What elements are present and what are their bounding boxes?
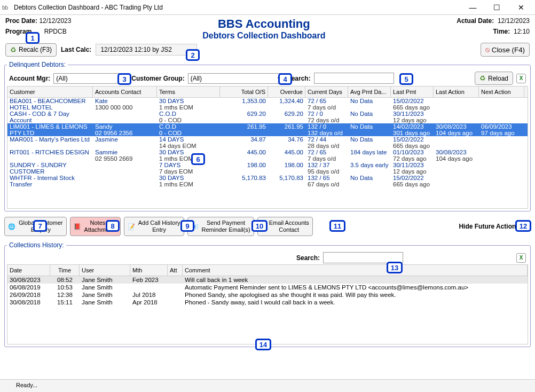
history-table: Date Time User Mth Att Comment 30/08/202… <box>7 264 528 344</box>
status-text: Ready... <box>16 382 37 388</box>
acct-mgr-label: Account Mgr: <box>9 75 50 82</box>
acct-mgr-value: (All) <box>56 75 67 82</box>
recycle-icon: ♻ <box>10 46 17 54</box>
app-title: BBS Accounting <box>71 17 457 31</box>
maximize-button[interactable]: ☐ <box>485 0 509 15</box>
col-avg-pmt[interactable]: Avg Pmt Da... <box>348 87 391 97</box>
export-excel-button[interactable]: X <box>516 74 526 83</box>
add-call-history-button[interactable]: 📝 Add Call HistoryEntry <box>124 217 184 236</box>
note-pencil-icon: 📝 <box>128 223 135 230</box>
close-icon: ⦸ <box>485 45 490 54</box>
col-contact[interactable]: Accounts Contact <box>93 87 157 97</box>
header-info: Proc Date: 12/12/2023 Program RPDCB BBS … <box>0 15 535 41</box>
col-overdue[interactable]: Overdue <box>268 87 305 97</box>
table-row-sub[interactable]: Account0 - COD72 days o/d12 days ago <box>7 117 528 123</box>
global-enquiry-button[interactable]: 🌐 Global CustomerEnquiry <box>4 217 67 236</box>
send-reminder-button[interactable]: 📧 Send PaymentReminder Email(s) <box>187 217 254 236</box>
col-current-days[interactable]: Current Days <box>305 87 348 97</box>
page-title: Debtors Collection Dashboard <box>71 31 457 41</box>
table-row-sub[interactable]: 02 9550 26691 mths EOM7 days o/d72 days … <box>7 155 528 162</box>
table-row-sub[interactable]: Transfer1 mths EOM67 days o/d665 days ag… <box>7 181 528 187</box>
hcol-date[interactable]: Date <box>7 265 50 276</box>
send-reminder-label: Send PaymentReminder Email(s) <box>202 219 250 233</box>
time-value: 12:10 <box>514 28 530 35</box>
collections-history-panel: Collections History: Search: X Date Time… <box>4 241 531 347</box>
table-row-sub[interactable]: PTY LTD02 9956 23560 - COD132 days o/d30… <box>7 130 528 136</box>
table-row[interactable]: RIT001 - RITCHIES DESIGNSammie30 DAYS445… <box>7 149 528 155</box>
close-button[interactable]: ⦸ Close (F4) <box>481 43 530 57</box>
globe-icon: 🌐 <box>8 223 15 230</box>
table-row-sub[interactable]: 14 days EOM28 days o/d665 days ago <box>7 143 528 149</box>
reload-label: Reload <box>488 75 508 82</box>
actual-date-label: Actual Date: <box>457 17 494 25</box>
col-last-pmt[interactable]: Last Pmt <box>391 87 434 97</box>
history-row[interactable]: 30/08/202308:52Jane SmithFeb 2023Will ca… <box>7 276 528 284</box>
debtors-search-input[interactable] <box>314 73 394 84</box>
hcol-att[interactable]: Att <box>168 265 183 276</box>
actions-row: 🌐 Global CustomerEnquiry 📕 Notes &Attach… <box>0 214 535 239</box>
history-row[interactable]: 06/08/201910:53Jane SmithAutomatic Payme… <box>7 284 528 291</box>
delinquent-legend: Delinquent Debtors: <box>7 61 68 68</box>
email-contact-button[interactable]: ✉ Email AccountsContact <box>257 217 313 236</box>
proc-date-label: Proc Date: <box>5 17 37 25</box>
actual-date: 12/12/2023 <box>498 17 530 25</box>
history-table-head: Date Time User Mth Att Comment <box>7 265 528 276</box>
delinquent-debtors-panel: Delinquent Debtors: Account Mgr: (All) ▼… <box>4 61 531 211</box>
table-row-sub[interactable]: HOTEL MOTEL1300 000 0001 mths EOM7 days … <box>7 104 528 111</box>
acct-mgr-combo[interactable]: (All) ▼ <box>53 73 128 84</box>
history-row[interactable]: 30/08/201815:11Jane SmithApr 2018Phoned … <box>7 299 528 306</box>
history-table-body: 30/08/202308:52Jane SmithFeb 2023Will ca… <box>7 276 528 306</box>
hcol-time[interactable]: Time <box>50 265 80 276</box>
hcol-mth[interactable]: Mth <box>130 265 168 276</box>
titlebar: bb Debtors Collection Dashboard - ABC Tr… <box>0 0 535 15</box>
proc-date: 12/12/2023 <box>39 17 71 25</box>
window-title: Debtors Collection Dashboard - ABC Tradi… <box>14 4 461 11</box>
recalc-button[interactable]: ♻ Recalc (F3) <box>5 43 57 57</box>
close-window-button[interactable]: ✕ <box>509 0 533 15</box>
table-row[interactable]: SUNDRY - SUNDRY7 DAYS198.00198.00132 / 3… <box>7 162 528 168</box>
recycle-icon: ♻ <box>479 74 486 82</box>
notes-attachments-button[interactable]: 📕 Notes &Attachments <box>70 217 121 236</box>
col-next-action[interactable]: Next Action <box>479 87 524 97</box>
recalc-label: Recalc (F3) <box>19 46 52 53</box>
col-terms[interactable]: Terms <box>157 87 220 97</box>
reload-button[interactable]: ♻ Reload <box>475 72 513 85</box>
envelope-arrow-icon: 📧 <box>191 223 199 230</box>
table-row[interactable]: BEA001 - BEACHCOMBERKate30 DAYS1,353.001… <box>7 98 528 104</box>
hcol-user[interactable]: User <box>80 265 130 276</box>
cust-group-label: Customer Group: <box>131 75 184 82</box>
hide-future-label: Hide Future Actions: <box>459 223 522 230</box>
app-icon: bb <box>2 3 11 12</box>
at-envelope-icon: ✉ <box>261 223 266 230</box>
history-legend: Collections History: <box>7 241 66 249</box>
col-total-os[interactable]: Total O/S <box>220 87 268 97</box>
debtors-table-head: Customer Accounts Contact Terms Total O/… <box>7 87 528 98</box>
cust-group-value: (All) <box>191 75 202 82</box>
table-row[interactable]: LIM001 - LIMES & LEMONSSandyC.O.D261.952… <box>7 123 528 130</box>
table-row[interactable]: CASH - COD & 7 DayC.O.D629.20629.2072 / … <box>7 111 528 117</box>
cust-group-combo[interactable]: (All) ▼ <box>188 73 284 84</box>
minimize-button[interactable]: — <box>461 0 485 15</box>
hcol-comment[interactable]: Comment <box>183 265 528 276</box>
add-call-label: Add Call HistoryEntry <box>138 219 180 233</box>
email-contact-label: Email AccountsContact <box>269 219 309 233</box>
close-label: Close (F4) <box>492 46 525 54</box>
history-search-label: Search: <box>296 254 320 262</box>
search-label: Search: <box>287 75 311 82</box>
history-search-input[interactable] <box>323 252 403 263</box>
debtors-table: Customer Accounts Contact Terms Total O/… <box>7 86 528 209</box>
chevron-down-icon: ▼ <box>121 76 125 81</box>
hide-future-checkbox[interactable] <box>524 223 531 230</box>
history-export-excel-button[interactable]: X <box>516 253 526 263</box>
col-last-action[interactable]: Last Action <box>434 87 479 97</box>
table-row[interactable]: MAR001 - Marty's Parties LtdJasmine14 DA… <box>7 136 528 143</box>
time-label: Time: <box>493 28 510 35</box>
table-row-sub[interactable]: CUSTOMER7 days EOM95 days o/d12 days ago <box>7 168 528 175</box>
book-icon: 📕 <box>74 223 81 230</box>
col-customer[interactable]: Customer <box>7 87 93 97</box>
global-enquiry-label: Global CustomerEnquiry <box>19 219 63 233</box>
table-row[interactable]: WHTFR - Internal Stock30 DAYS5,170.835,1… <box>7 175 528 181</box>
history-row[interactable]: 26/09/201812:38Jane SmithJul 2018Phoned … <box>7 291 528 299</box>
program-code: RPDCB <box>44 28 67 35</box>
debtors-table-body: BEA001 - BEACHCOMBERKate30 DAYS1,353.001… <box>7 98 528 187</box>
